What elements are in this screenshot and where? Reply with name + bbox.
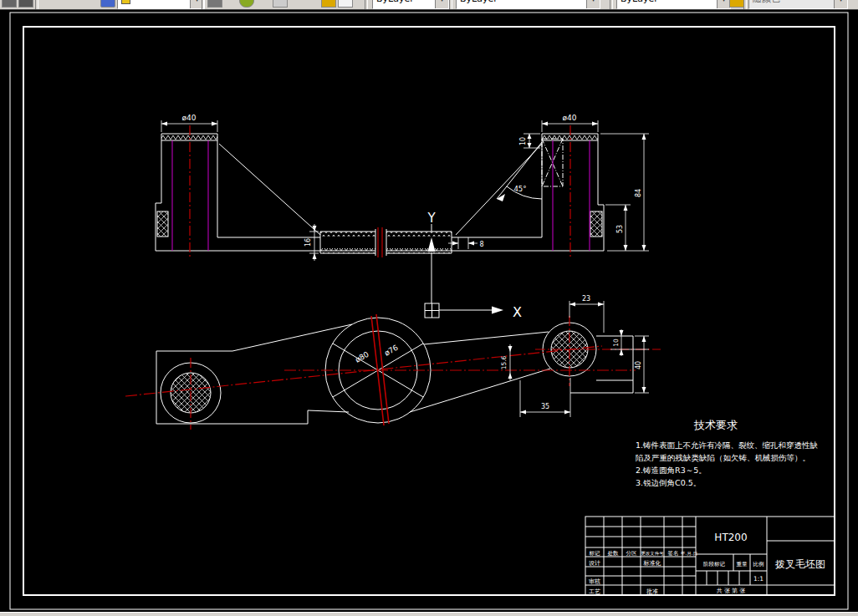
color-control-label: ByLayer: [376, 0, 414, 4]
dim-height-84: 84: [635, 189, 642, 197]
plot-icon[interactable]: [729, 0, 744, 8]
layer-dropdown[interactable]: ▼: [117, 0, 204, 9]
lineweight-control[interactable]: ByLayer ▼: [616, 0, 731, 9]
preview-icon[interactable]: [18, 0, 33, 8]
print-icon[interactable]: [2, 0, 17, 8]
axis-x-label: X: [513, 304, 522, 320]
tb-scale-label: 比例: [753, 561, 764, 568]
plotstyle-control[interactable]: 随颜色 ▼: [748, 0, 848, 9]
drawing-area: ø40 ø40 10 45° 84 53: [0, 9, 858, 613]
status-strip: [0, 612, 858, 616]
white-swatch-icon[interactable]: [338, 0, 353, 8]
color-control[interactable]: ByLayer ▼: [372, 0, 449, 9]
tb-header-zone: 分区: [626, 550, 638, 557]
tb-scale-value: 1:1: [753, 575, 764, 583]
dim-step-53: 53: [616, 225, 624, 233]
chevron-down-icon[interactable]: ▼: [717, 0, 730, 8]
dim-height-40: 40: [635, 361, 642, 369]
tech-requirement-line: 3.锐边倒角C0.5。: [636, 478, 701, 487]
tb-role-standard: 标准化: [643, 560, 661, 567]
dim-web-16: 16: [304, 238, 312, 247]
layer-state-icon[interactable]: [100, 0, 115, 8]
tb-header-docno: 更改文件号: [641, 551, 664, 556]
plotstyle-control-label: 随颜色: [753, 0, 780, 4]
tb-sheet-info: 共 张 第 张: [717, 588, 746, 594]
linetype-control[interactable]: ByLayer ▼: [456, 0, 600, 9]
axis-y-label: Y: [426, 211, 436, 226]
title-block-drawing-title: 拨叉毛坯图: [774, 558, 825, 570]
dim-offset-8: 8: [479, 241, 483, 248]
dim-boss-right-dia: ø40: [563, 114, 577, 122]
dim-boss-left-dia: ø40: [182, 114, 197, 122]
tb-header-mark: 标记: [589, 550, 601, 557]
top-view: [156, 134, 604, 258]
tb-header-sign: 签名: [668, 550, 679, 557]
layer-prev-icon[interactable]: [239, 0, 254, 8]
tech-requirement-line: 2.铸造圆角R3～5。: [636, 466, 707, 475]
title-block: HT200 拨叉毛坯图 标记 处数 分区 更改文件号 签名 年.月.日 设计 标…: [585, 517, 835, 595]
tb-role-check: 审核: [589, 578, 600, 585]
tb-header-date: 年.月.日: [681, 551, 697, 557]
dim-pad-10: 10: [519, 137, 527, 145]
dim-bore-outer: ø80: [354, 349, 370, 364]
tech-requirement-line: 1.铸件表面上不允许有冷隔、裂纹、缩孔和穿透性缺: [636, 440, 818, 450]
make-layer-icon[interactable]: [207, 0, 222, 8]
color-swatch-icon[interactable]: [321, 0, 336, 8]
tech-requirements-title: 技术要求: [693, 419, 738, 431]
cad-canvas: ▼ ByLayer ▼ ByLayer ▼ ByLayer ▼ 随颜色 ▼: [0, 0, 858, 616]
title-block-material: HT200: [714, 532, 747, 543]
tb-role-approve: 批准: [646, 588, 658, 595]
lineweight-control-label: ByLayer: [621, 0, 658, 4]
chevron-down-icon[interactable]: ▼: [586, 0, 600, 8]
tb-header-count: 处数: [608, 550, 620, 557]
ucs-icon: X Y: [425, 211, 522, 320]
tb-role-design: 设计: [589, 560, 600, 567]
tech-requirement-line: 陷及严重的残缺类缺陷（如欠铸、机械损伤等）。: [636, 453, 810, 462]
linetype-control-label: ByLayer: [460, 0, 498, 4]
dim-bore-inner: ø76: [383, 343, 400, 357]
dim-offset-10: 10: [612, 339, 620, 347]
chevron-down-icon[interactable]: ▼: [834, 0, 847, 8]
dim-gap-15-6: 15.6: [500, 355, 508, 369]
tb-weight-label: 重量: [737, 561, 748, 568]
layer-off-icon[interactable]: [273, 0, 288, 8]
tb-role-process: 工艺: [589, 588, 600, 595]
chevron-down-icon[interactable]: ▼: [435, 0, 448, 8]
tb-stage-label: 阶段标记: [703, 561, 726, 568]
dim-angle-45: 45°: [513, 185, 526, 193]
centerlines-front: [125, 314, 661, 430]
dim-length-35: 35: [541, 403, 549, 410]
dim-width-23: 23: [582, 295, 590, 303]
tech-requirements: 技术要求 1.铸件表面上不允许有冷隔、裂纹、缩孔和穿透性缺 陷及严重的残缺类缺陷…: [636, 419, 818, 487]
